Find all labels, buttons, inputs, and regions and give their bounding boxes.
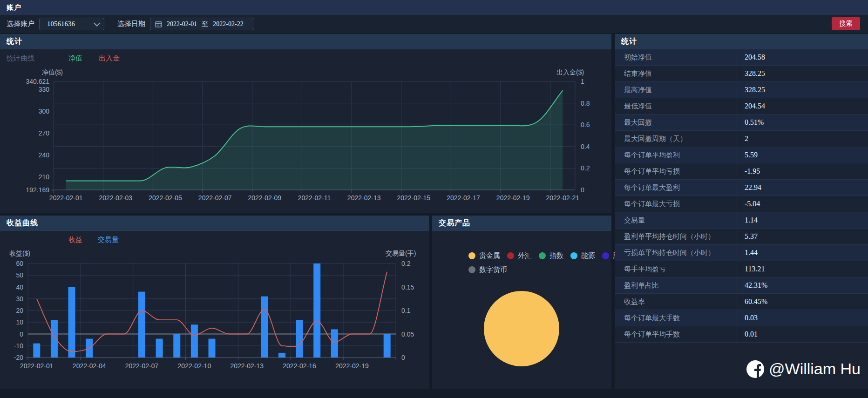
- table-row: 每个订单最大手数0.03: [615, 310, 868, 326]
- account-select-label: 选择账户: [7, 20, 34, 28]
- statistics-table: 初始净值204.58结束净值328.25最高净值328.25最低净值204.54…: [615, 49, 868, 343]
- stat-label: 每个订单最大亏损: [615, 196, 737, 212]
- stat-value: 0.51%: [737, 115, 868, 130]
- svg-text:0.8: 0.8: [581, 100, 590, 107]
- svg-text:60: 60: [16, 260, 23, 267]
- stat-value: 0.01: [737, 326, 868, 342]
- svg-text:2022-02-16: 2022-02-16: [283, 362, 316, 370]
- products-legend: 贵金属外汇指数能源股票数字货币: [468, 251, 604, 279]
- legend-item-能源[interactable]: 能源: [570, 251, 595, 260]
- legend-row: 贵金属外汇指数能源股票: [468, 251, 604, 260]
- table-row: 盈利单平均持仓时间（小时）5.37: [615, 229, 868, 245]
- table-row: 结束净值328.25: [615, 66, 868, 82]
- table-row: 最大回撤周期（天）2: [615, 131, 868, 147]
- stat-value: 328.25: [737, 66, 868, 81]
- table-row: 每个订单平均亏损-1.95: [615, 163, 868, 180]
- svg-text:330: 330: [39, 86, 50, 93]
- stat-value: 5.37: [737, 229, 868, 244]
- table-row: 最高净值328.25: [615, 82, 868, 98]
- svg-text:240: 240: [39, 151, 50, 159]
- table-row: 交易量1.14: [615, 212, 868, 229]
- date-end-value: 2022-02-22: [213, 20, 243, 28]
- stat-value: 1.14: [737, 212, 868, 228]
- stat-label: 收益率: [615, 294, 737, 310]
- stat-value: 2: [737, 131, 868, 147]
- legend-dot: [539, 252, 546, 259]
- legend-dot: [570, 252, 577, 259]
- svg-text:2022-02-11: 2022-02-11: [298, 194, 331, 202]
- search-button[interactable]: 搜索: [832, 17, 860, 30]
- svg-text:2022-02-17: 2022-02-17: [447, 194, 480, 202]
- legend-label: 数字货币: [479, 265, 507, 274]
- stat-label: 每个订单平均手数: [615, 326, 737, 342]
- legend-item-贵金属[interactable]: 贵金属: [468, 251, 500, 260]
- legend-label: 贵金属: [479, 251, 500, 260]
- table-row: 每个订单最大亏损-5.04: [615, 196, 868, 212]
- stat-label: 每手平均盈亏: [615, 261, 737, 277]
- table-row: 初始净值204.58: [615, 49, 868, 66]
- stat-label: 结束净值: [615, 66, 737, 81]
- table-row: 最低净值204.54: [615, 98, 868, 115]
- date-separator: 至: [202, 20, 208, 28]
- svg-text:0.4: 0.4: [581, 143, 590, 150]
- statistics-table-title: 统计: [621, 37, 637, 47]
- svg-text:-20: -20: [14, 354, 23, 361]
- stat-value: 60.45%: [737, 294, 868, 310]
- legend-dot: [468, 252, 475, 259]
- table-row: 每手平均盈亏113.21: [615, 261, 868, 277]
- products-pie-chart[interactable]: [484, 291, 559, 366]
- svg-text:2022-02-19: 2022-02-19: [496, 194, 530, 202]
- stat-label: 每个订单平均盈利: [615, 147, 737, 163]
- table-row: 每个订单最大盈利22.94: [615, 180, 868, 196]
- stat-label: 最高净值: [615, 82, 737, 98]
- svg-text:2022-02-01: 2022-02-01: [20, 362, 54, 370]
- stat-value: 0.03: [737, 310, 868, 326]
- legend-label: 外汇: [518, 251, 532, 260]
- legend-item-指数[interactable]: 指数: [539, 251, 563, 260]
- svg-text:210: 210: [39, 173, 50, 181]
- svg-text:270: 270: [39, 129, 50, 137]
- networth-chart[interactable]: 10.80.60.40.20340.621330300270240210192.…: [0, 49, 611, 213]
- stat-label: 亏损单平均持仓时间（小时）: [615, 245, 737, 261]
- svg-text:20: 20: [16, 307, 23, 314]
- table-row: 收益率60.45%: [615, 294, 868, 310]
- svg-text:2022-02-07: 2022-02-07: [125, 362, 159, 370]
- svg-text:2022-02-09: 2022-02-09: [248, 194, 282, 202]
- svg-text:-10: -10: [14, 342, 23, 350]
- profit-curve-panel: 收益曲线 收益 交易量 收益($) 交易量(手) 6050403020100-1…: [0, 216, 429, 389]
- account-header-bar: 账户: [0, 0, 868, 15]
- account-select-value: 10561636: [47, 20, 75, 28]
- legend-item-数字货币[interactable]: 数字货币: [468, 265, 507, 274]
- date-range-input[interactable]: 2022-02-01 至 2022-02-22: [150, 18, 254, 30]
- legend-item-外汇[interactable]: 外汇: [507, 251, 532, 260]
- facebook-icon: [746, 360, 764, 378]
- date-range-label: 选择日期: [117, 20, 145, 28]
- chevron-down-icon: [94, 20, 100, 26]
- legend-label: 能源: [581, 251, 595, 260]
- svg-text:0.2: 0.2: [581, 164, 590, 172]
- statistics-table-header: 统计: [615, 34, 868, 49]
- svg-text:2022-02-05: 2022-02-05: [149, 194, 182, 202]
- products-panel-header: 交易产品: [432, 216, 611, 231]
- table-row: 盈利单占比42.31%: [615, 277, 868, 294]
- svg-text:0: 0: [20, 331, 23, 338]
- stat-value: 42.31%: [737, 277, 868, 293]
- statistics-chart-panel: 统计 统计曲线 净值 出入金 净值($) 出入金($) 10.80.60.40.…: [0, 34, 611, 213]
- svg-text:340.621: 340.621: [26, 78, 49, 85]
- svg-text:192.169: 192.169: [26, 186, 49, 194]
- date-start-value: 2022-02-01: [167, 20, 197, 28]
- legend-dot: [507, 252, 514, 259]
- filter-bar: 选择账户 10561636 选择日期 2022-02-01 至 2022-02-…: [0, 15, 868, 33]
- dashboard: 账户 选择账户 10561636 选择日期 2022-02-01 至 2022-…: [0, 0, 868, 398]
- table-row: 最大回撤0.51%: [615, 115, 868, 131]
- account-select[interactable]: 10561636: [39, 18, 104, 30]
- profit-volume-chart[interactable]: 6050403020100-10-200.20.150.10.0502022-0…: [0, 231, 429, 389]
- stat-value: 1.44: [737, 245, 868, 261]
- stat-value: 5.59: [737, 147, 868, 163]
- svg-text:2022-02-07: 2022-02-07: [198, 194, 232, 202]
- svg-text:0.05: 0.05: [401, 331, 414, 338]
- profit-panel-title: 收益曲线: [7, 218, 38, 228]
- table-row: 每个订单平均手数0.01: [615, 326, 868, 343]
- stat-value: -5.04: [737, 196, 868, 212]
- table-row: 每个订单平均盈利5.59: [615, 147, 868, 163]
